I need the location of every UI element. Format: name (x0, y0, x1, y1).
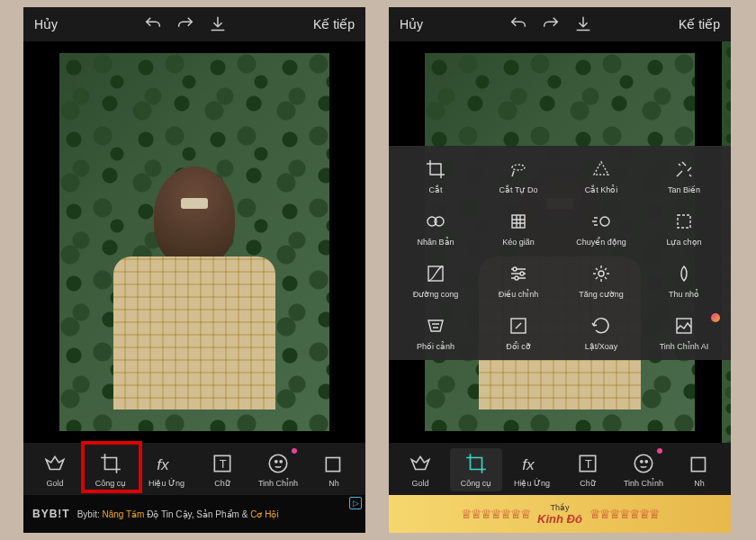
tool-tinhchinh[interactable]: Tinh Chỉnh (617, 448, 670, 491)
panel-catkhoi[interactable]: Cắt Khỏi (563, 158, 639, 194)
ad-banner[interactable]: ♕♕♕♕♕♕♕ Thầy Kinh Đô ♕♕♕♕♕♕♕ (389, 495, 731, 533)
panel-label: Thu nhỏ (669, 290, 699, 299)
motion-icon (590, 211, 612, 232)
image-canvas[interactable]: Cắt Cắt Tự Do Cắt Khỏi Tan Biến Nhân Bản… (389, 41, 731, 443)
clone-icon (425, 211, 446, 232)
cancel-button[interactable]: Hủy (34, 17, 58, 32)
panel-tinhchinhai[interactable]: Tinh Chỉnh AI (646, 315, 722, 351)
panel-duongcong[interactable]: Đường cong (398, 263, 473, 299)
svg-rect-25 (691, 458, 705, 472)
panel-keogian[interactable]: Kéo giãn (481, 211, 556, 247)
panel-phoicanh[interactable]: Phối cảnh (398, 315, 473, 351)
tool-hieuung[interactable]: fx Hiệu Ứng (140, 448, 193, 491)
ad-logo: BYB!T (32, 508, 70, 520)
svg-rect-6 (326, 458, 339, 472)
tool-label: Gold (46, 479, 63, 488)
flip-rotate-icon (590, 315, 612, 337)
panel-doico[interactable]: Đổi cỡ (481, 315, 556, 351)
undo-icon[interactable] (143, 14, 163, 34)
tool-nhan[interactable]: Nh (308, 448, 360, 491)
panel-label: Lựa chọn (666, 238, 701, 247)
panel-dieuchinh[interactable]: Điều chỉnh (481, 263, 556, 299)
download-icon[interactable] (208, 14, 228, 34)
panel-cattudo[interactable]: Cắt Tự Do (481, 158, 556, 194)
panel-label: Phối cảnh (417, 342, 454, 351)
badge-dot-icon (657, 448, 662, 454)
tool-label: Gold (411, 479, 428, 488)
tool-nhan[interactable]: Nh (673, 448, 725, 491)
bottom-toolbar: Gold Công cụ fxHiệu Ứng TChữ Tinh Chỉnh … (389, 443, 731, 495)
shrink-icon (673, 263, 695, 284)
panel-tanbien[interactable]: Tan Biến (646, 158, 722, 194)
crop-icon (464, 452, 488, 475)
svg-point-5 (280, 461, 282, 463)
tool-chu[interactable]: T Chữ (196, 448, 248, 491)
tool-chu[interactable]: TChữ (562, 448, 614, 491)
panel-label: Cắt Tự Do (500, 185, 538, 194)
phone-screen-left: Hủy Kế tiếp Gold Công cụ fx Hiệu Ứng (23, 7, 365, 533)
panel-tangcuong[interactable]: Tăng cường (563, 263, 639, 299)
svg-point-22 (634, 454, 652, 472)
tool-label: Nh (694, 479, 705, 488)
panel-label: Tinh Chỉnh AI (660, 342, 709, 351)
svg-text:T: T (220, 457, 227, 471)
ad-text-small: Thầy (537, 503, 582, 512)
stretch-icon (508, 211, 529, 232)
tool-congcu[interactable]: Công cụ (85, 448, 137, 491)
panel-chuyendong[interactable]: Chuyển động (563, 211, 639, 247)
panel-nhanban[interactable]: Nhân Bản (398, 211, 473, 247)
tool-label: Tinh Chỉnh (258, 479, 298, 488)
download-icon[interactable] (573, 14, 593, 34)
panel-cat[interactable]: Cắt (398, 158, 473, 194)
premium-badge-icon (711, 313, 720, 322)
svg-text:fx: fx (522, 455, 536, 473)
tool-tinhchinh[interactable]: Tinh Chỉnh (252, 448, 304, 491)
svg-point-24 (645, 461, 647, 463)
badge-dot-icon (292, 448, 297, 454)
tool-label: Chữ (214, 479, 230, 488)
selection-icon (673, 211, 695, 232)
panel-label: Tan Biến (668, 185, 700, 194)
next-button[interactable]: Kế tiếp (679, 17, 720, 32)
tool-hieuung[interactable]: fxHiệu Ứng (506, 448, 558, 491)
tool-label: Hiệu Ứng (148, 479, 184, 488)
svg-point-23 (641, 461, 643, 463)
enhance-icon (590, 263, 612, 284)
panel-label: Cắt (429, 185, 443, 194)
svg-text:fx: fx (157, 455, 170, 473)
panel-label: Đường cong (413, 290, 459, 299)
panel-thunho[interactable]: Thu nhỏ (646, 263, 722, 299)
panel-latxoay[interactable]: Lật/Xoay (563, 315, 639, 351)
panel-label: Đổi cỡ (506, 342, 531, 351)
redo-icon[interactable] (176, 14, 195, 34)
panel-label: Lật/Xoay (585, 342, 618, 351)
tool-label: Chữ (580, 479, 596, 488)
panel-label: Điều chỉnh (499, 290, 539, 299)
svg-point-3 (269, 454, 287, 472)
redo-icon[interactable] (541, 14, 561, 34)
tool-label: Nh (328, 479, 339, 488)
ad-close-icon[interactable]: ▷ (349, 497, 362, 509)
svg-point-14 (520, 272, 524, 275)
tool-gold[interactable]: Gold (394, 448, 446, 491)
svg-point-15 (515, 276, 518, 280)
ad-text: Bybit: Nâng Tầm Độ Tin Cậy, Sản Phẩm & C… (77, 509, 279, 519)
ad-banner[interactable]: BYB!T Bybit: Nâng Tầm Độ Tin Cậy, Sản Ph… (23, 495, 365, 533)
panel-luachon[interactable]: Lựa chọn (646, 211, 722, 247)
panel-label: Tăng cường (579, 290, 624, 299)
tool-label: Công cụ (95, 479, 127, 488)
bottom-toolbar: Gold Công cụ fx Hiệu Ứng T Chữ Tinh Chỉn… (23, 443, 365, 495)
tool-gold[interactable]: Gold (29, 448, 81, 491)
lasso-icon (508, 158, 529, 180)
crop-icon (99, 452, 122, 475)
image-canvas[interactable] (23, 41, 365, 443)
next-button[interactable]: Kế tiếp (313, 17, 355, 32)
top-bar: Hủy Kế tiếp (23, 7, 365, 41)
undo-icon[interactable] (508, 14, 528, 34)
panel-label: Cắt Khỏi (585, 185, 618, 194)
phone-screen-right: Hủy Kế tiếp Cắt Cắt Tự Do Cắt Khỏi Tan B… (389, 7, 731, 533)
crop-icon (425, 158, 446, 180)
cancel-button[interactable]: Hủy (400, 17, 423, 32)
tool-congcu[interactable]: Công cụ (450, 448, 502, 491)
panel-label: Kéo giãn (502, 238, 535, 247)
